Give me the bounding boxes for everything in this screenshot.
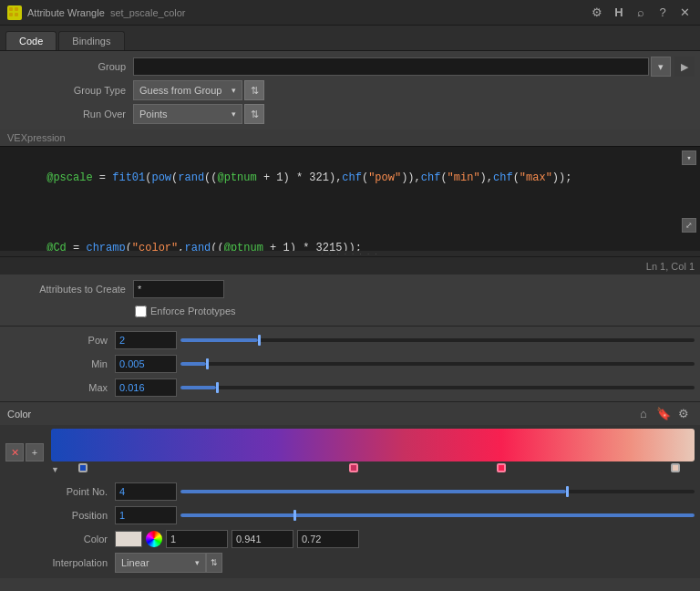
position-slider[interactable] — [180, 513, 695, 517]
color-gradient-bar[interactable] — [51, 429, 695, 461]
enforce-checkbox[interactable] — [135, 306, 147, 317]
max-input[interactable] — [115, 378, 177, 397]
color-add-btn[interactable]: + — [26, 443, 44, 461]
interpolation-row: Interpolation Linear ▾ ⇅ — [0, 551, 700, 575]
stop-pink2[interactable] — [497, 463, 506, 472]
tabs-bar: Code Bindings — [0, 26, 700, 51]
svg-rect-3 — [15, 13, 18, 16]
interp-spin-btn[interactable]: ⇅ — [206, 553, 222, 573]
stop-pink1[interactable] — [349, 463, 358, 472]
interpolation-label: Interpolation — [5, 557, 115, 568]
status-search-input[interactable] — [5, 261, 646, 272]
code-editor[interactable]: @pscale = fit01(pow(rand((@ptnum + 1) * … — [0, 146, 700, 251]
params-section: Group ▾ ▶ Group Type Guess from Group ▾ … — [0, 51, 700, 130]
color-wheel-icon[interactable] — [146, 531, 162, 547]
run-over-control: Points ▾ ⇅ — [133, 104, 695, 124]
color-section-label: Color — [7, 409, 633, 420]
position-row: Position — [0, 503, 700, 527]
color-swatch[interactable] — [115, 531, 142, 547]
point-no-slider[interactable] — [180, 490, 695, 493]
color-params: Point No. Position Color — [0, 476, 700, 578]
run-over-value: Points — [139, 109, 168, 119]
search-icon[interactable]: ⌕ — [633, 5, 649, 21]
min-slider-fill — [180, 362, 206, 366]
group-type-dropdown[interactable]: Guess from Group ▾ — [133, 80, 242, 100]
status-bar: Ln 1, Col 1 — [0, 256, 700, 275]
min-input[interactable] — [115, 355, 177, 373]
color-value-label: Color — [5, 534, 115, 544]
tab-bindings[interactable]: Bindings — [58, 31, 124, 50]
editor-scroll-btn[interactable]: ▾ — [682, 150, 696, 165]
group-type-spin-btn[interactable]: ⇅ — [244, 80, 264, 100]
interpolation-dropdown[interactable]: Linear ▾ — [115, 553, 206, 573]
group-dropdown-btn[interactable]: ▾ — [651, 57, 671, 77]
vex-section: VEXpression @pscale = fit01(pow(rand((@p… — [0, 130, 700, 275]
color-b-input[interactable] — [297, 530, 359, 548]
pow-slider-fill — [180, 338, 258, 342]
code-line-1: @pscale = fit01(pow(rand((@ptnum + 1) * … — [7, 152, 693, 205]
max-slider-handle[interactable] — [216, 382, 219, 393]
gradient-container: ▼ — [51, 429, 695, 476]
editor-resize-btn[interactable]: ⤢ — [682, 218, 696, 233]
svg-rect-2 — [15, 7, 18, 11]
pow-label: Pow — [5, 335, 115, 346]
color-home-icon[interactable]: ⌂ — [634, 405, 653, 423]
close-icon[interactable]: ✕ — [676, 5, 693, 21]
group-type-row: Group Type Guess from Group ▾ ⇅ — [0, 78, 700, 102]
pow-slider-track[interactable] — [180, 338, 695, 342]
attr-create-input[interactable] — [133, 280, 224, 298]
position-handle[interactable] — [293, 510, 296, 521]
color-settings-icon[interactable]: ⚙ — [674, 405, 693, 423]
gear-icon[interactable]: ⚙ — [589, 5, 605, 21]
group-label: Group — [5, 61, 133, 72]
question-icon[interactable]: ? — [654, 5, 671, 21]
run-over-dropdown[interactable]: Points ▾ — [133, 104, 242, 124]
color-value-inputs — [166, 530, 359, 548]
group-navigate-btn[interactable]: ▶ — [674, 57, 695, 77]
group-type-arrow-icon: ▾ — [232, 86, 236, 95]
stop-light[interactable] — [671, 463, 680, 472]
color-g-input[interactable] — [232, 530, 293, 548]
interp-arrow-icon: ▾ — [195, 558, 200, 567]
help-h-icon[interactable]: H — [611, 5, 627, 21]
pow-input[interactable] — [115, 331, 177, 349]
title-bar-actions: ⚙ H ⌕ ? ✕ — [589, 5, 693, 21]
group-param-row: Group ▾ ▶ — [0, 55, 700, 78]
app-icon — [7, 5, 22, 20]
attr-create-label: Attributes to Create — [5, 284, 133, 295]
attr-create-row: Attributes to Create — [0, 278, 700, 300]
max-slider-track[interactable] — [180, 386, 695, 389]
point-no-handle[interactable] — [566, 486, 569, 497]
max-slider-fill — [180, 386, 216, 389]
group-control: ▾ ▶ — [133, 57, 695, 77]
color-remove-btn[interactable]: ✕ — [5, 443, 24, 461]
title-bar: Attribute Wrangle set_pscale_color ⚙ H ⌕… — [0, 0, 700, 26]
min-slider-track[interactable] — [180, 362, 695, 366]
code-line-2 — [7, 205, 693, 223]
group-type-control: Guess from Group ▾ ⇅ — [133, 80, 695, 100]
gradient-stops-row: ▼ — [51, 463, 695, 476]
color-value-row: Color — [0, 527, 700, 551]
stop-expand-icon[interactable]: ▼ — [51, 463, 59, 474]
color-bookmark-icon[interactable]: 🔖 — [654, 405, 673, 423]
position-input[interactable] — [115, 506, 177, 524]
point-no-fill — [180, 490, 566, 493]
run-over-label: Run Over — [5, 109, 133, 119]
run-over-row: Run Over Points ▾ ⇅ — [0, 102, 700, 126]
run-over-spin-btn[interactable]: ⇅ — [244, 104, 264, 124]
color-r-input[interactable] — [166, 530, 228, 548]
min-slider-handle[interactable] — [206, 358, 209, 369]
tab-code[interactable]: Code — [5, 31, 57, 50]
code-line-3: @Cd = chramp("color",rand((@ptnum + 1) *… — [7, 223, 693, 251]
group-input[interactable] — [133, 57, 649, 76]
run-over-arrow-icon: ▾ — [232, 109, 236, 119]
stop-blue[interactable] — [78, 463, 88, 472]
point-no-input[interactable] — [115, 482, 177, 501]
vex-label: VEXpression — [0, 130, 700, 146]
attributes-section: Attributes to Create Enforce Prototypes — [0, 275, 700, 326]
pow-slider-handle[interactable] — [258, 335, 261, 346]
color-section-header: Color ⌂ 🔖 ⚙ — [0, 401, 700, 425]
group-type-value: Guess from Group — [139, 85, 221, 96]
position-fill — [180, 513, 695, 517]
pow-row: Pow — [0, 328, 700, 352]
